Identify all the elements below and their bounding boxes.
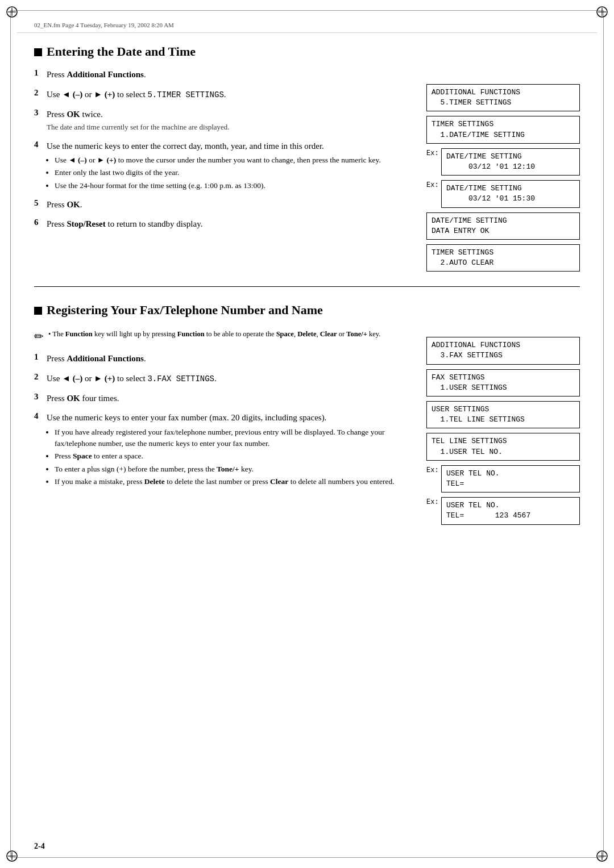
corner-mark-bl (6, 850, 18, 862)
lcd-display-1: ADDITIONAL FUNCTIONS 5.TIMER SETTINGS (426, 84, 580, 111)
lcd-display-s2-5-wrapper: Ex: USER TEL NO. TEL= (426, 465, 580, 493)
section1-right: ADDITIONAL FUNCTIONS 5.TIMER SETTINGS TI… (426, 39, 580, 276)
corner-mark-tl (6, 6, 18, 18)
section2-title: Registering Your Fax/Telephone Number an… (34, 303, 413, 318)
lcd-display-4: DATE/TIME SETTING 03/12 '01 15:30 (441, 180, 580, 207)
section2-step1: 1 Press Additional Functions. (34, 352, 413, 366)
lcd-display-3: DATE/TIME SETTING 03/12 '01 12:10 (441, 148, 580, 176)
lcd-display-s2-1: ADDITIONAL FUNCTIONS 3.FAX SETTINGS (426, 337, 580, 364)
section1-step4: 4 Use the numeric keys to enter the corr… (34, 140, 413, 193)
lcd-display-s2-3: USER SETTINGS 1.TEL LINE SETTINGS (426, 401, 580, 428)
section1-layout: Entering the Date and Time 1 Press Addit… (34, 39, 580, 276)
section2-step3: 3 Press OK four times. (34, 392, 413, 406)
main-content: Entering the Date and Time 1 Press Addit… (34, 39, 580, 834)
page-number: 2-4 (34, 842, 45, 851)
header-bar: 02_EN.fm Page 4 Tuesday, February 19, 20… (17, 17, 597, 33)
page-footer: 2-4 (34, 842, 580, 851)
lcd-display-s2-4: TEL LINE SETTINGS 1.USER TEL NO. (426, 433, 580, 460)
lcd-display-s2-6: USER TEL NO. TEL= 123 4567 (441, 497, 580, 524)
lcd-display-5: DATE/TIME SETTING DATA ENTRY OK (426, 212, 580, 240)
section1-left: Entering the Date and Time 1 Press Addit… (34, 39, 413, 276)
section1-step2: 2 Use ◄ (–) or ► (+) to select 5.TIMER S… (34, 88, 413, 102)
header-file-info: 02_EN.fm Page 4 Tuesday, February 19, 20… (34, 22, 174, 28)
corner-mark-tr (596, 6, 608, 18)
section2-right: ADDITIONAL FUNCTIONS 3.FAX SETTINGS FAX … (426, 297, 580, 529)
note-icon: ✏ (34, 329, 44, 343)
lcd-display-s2-5: USER TEL NO. TEL= (441, 465, 580, 493)
section1-step1: 1 Press Additional Functions. (34, 68, 413, 82)
corner-mark-br (596, 850, 608, 862)
section2-step2: 2 Use ◄ (–) or ► (+) to select 3.FAX SET… (34, 372, 413, 386)
section-divider (34, 286, 580, 287)
section2-layout: Registering Your Fax/Telephone Number an… (34, 297, 580, 529)
lcd-display-s2-6-wrapper: Ex: USER TEL NO. TEL= 123 4567 (426, 497, 580, 524)
lcd-display-2: TIMER SETTINGS 1.DATE/TIME SETTING (426, 116, 580, 143)
section2-step4: 4 Use the numeric keys to enter your fax… (34, 411, 413, 489)
section2-marker (34, 307, 42, 315)
section1-step6: 6 Press Stop/Reset to return to standby … (34, 218, 413, 232)
lcd-display-3-wrapper: Ex: DATE/TIME SETTING 03/12 '01 12:10 (426, 148, 580, 176)
section1-marker (34, 48, 42, 56)
section2-note-box: ✏ • The Function key will light up by pr… (34, 327, 413, 345)
section1-step3: 3 Press OK twice. The date and time curr… (34, 108, 413, 134)
section2-left: Registering Your Fax/Telephone Number an… (34, 297, 413, 529)
lcd-display-s2-2: FAX SETTINGS 1.USER SETTINGS (426, 369, 580, 397)
lcd-display-6: TIMER SETTINGS 2.AUTO CLEAR (426, 244, 580, 272)
section1-title: Entering the Date and Time (34, 44, 413, 59)
lcd-display-4-wrapper: Ex: DATE/TIME SETTING 03/12 '01 15:30 (426, 180, 580, 207)
section1-step5: 5 Press OK. (34, 198, 413, 212)
